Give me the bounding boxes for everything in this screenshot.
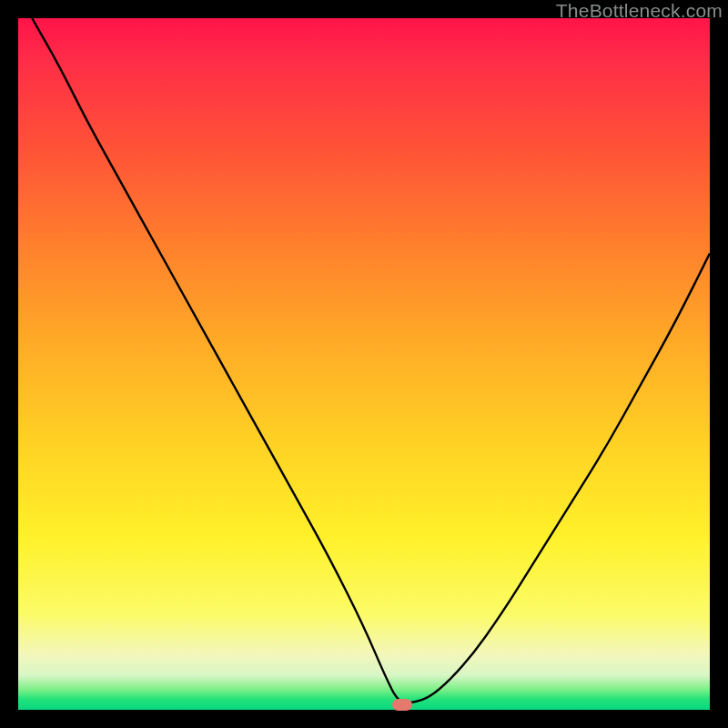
bottleneck-curve-path — [32, 18, 710, 703]
chart-frame: TheBottleneck.com — [0, 0, 728, 728]
curve-svg — [18, 18, 710, 710]
optimal-point-marker — [392, 699, 412, 711]
plot-area — [18, 18, 710, 710]
